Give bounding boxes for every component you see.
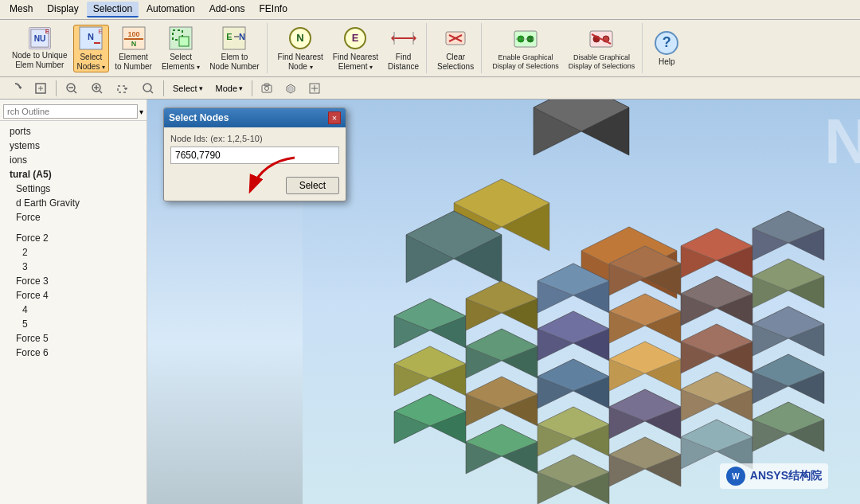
svg-text:E: E — [352, 32, 359, 44]
svg-text:E: E — [99, 28, 103, 35]
find-distance-icon — [391, 25, 416, 51]
sidebar-item-5[interactable]: 5 — [0, 317, 147, 331]
svg-text:E: E — [45, 28, 49, 35]
svg-point-56 — [265, 86, 269, 90]
svg-text:100: 100 — [127, 30, 139, 38]
svg-text:N: N — [297, 32, 304, 44]
select-nodes-icon: N E — [78, 25, 104, 51]
sidebar-item-systems[interactable]: ystems — [0, 139, 147, 153]
sidebar-item-force6[interactable]: Force 6 — [0, 346, 147, 360]
sidebar-item-ports[interactable]: ports — [0, 124, 147, 139]
svg-point-53 — [143, 84, 151, 92]
sidebar-search-input[interactable] — [3, 104, 138, 119]
svg-rect-63 — [303, 100, 860, 504]
sidebar: ▾ ports ystems ions tural (A5) Settings … — [0, 100, 147, 504]
sidebar-item-ions[interactable]: ions — [0, 153, 147, 167]
dialog-titlebar: Select Nodes × — [164, 108, 346, 127]
find-distance-btn[interactable]: FindDistance — [384, 25, 423, 72]
camera-btn[interactable] — [256, 80, 278, 97]
clear-selections-btn[interactable]: ClearSelections — [433, 25, 478, 72]
svg-text:N: N — [824, 106, 860, 177]
node-unique-btn[interactable]: NU E Node to UniqueElem Number — [8, 25, 72, 72]
menu-display[interactable]: Display — [41, 2, 84, 18]
sidebar-item-force5[interactable]: Force 5 — [0, 331, 147, 346]
element-number-icon: 100 N — [121, 25, 147, 51]
node-unique-icon: NU E — [27, 27, 53, 49]
menu-automation[interactable]: Automation — [140, 2, 201, 18]
rotate-btn[interactable] — [3, 80, 27, 97]
svg-marker-25 — [391, 35, 394, 41]
element-number-btn[interactable]: 100 N Elementto Number — [111, 25, 156, 72]
watermark-text: ANSYS结构院 — [750, 469, 822, 483]
svg-rect-51 — [118, 86, 126, 92]
toolbar-group-2: N Find NearestNode ▾ E Find NearestEleme… — [271, 23, 427, 73]
measure-btn[interactable] — [303, 80, 326, 97]
svg-text:E: E — [227, 32, 233, 41]
disable-graphical-btn[interactable]: Disable GraphicalDisplay of Selections — [565, 25, 639, 72]
dialog-title: Select Nodes — [169, 112, 229, 123]
dialog-close-button[interactable]: × — [328, 111, 341, 124]
toolbar-group-3: ClearSelections — [430, 23, 482, 73]
enable-graphical-icon — [513, 26, 538, 52]
toolbar-group-5: ? Help — [646, 23, 687, 73]
help-btn[interactable]: ? Help — [649, 25, 684, 72]
menu-selection[interactable]: Selection — [87, 2, 139, 18]
sep-1 — [56, 80, 57, 96]
zoom-in-btn[interactable] — [85, 80, 109, 97]
menu-feinfo[interactable]: FEInfo — [252, 2, 293, 18]
disable-graphical-icon — [588, 26, 614, 52]
sidebar-item-earth-gravity[interactable]: d Earth Gravity — [0, 196, 147, 210]
svg-text:NU: NU — [33, 33, 45, 42]
select-nodes-btn[interactable]: N E SelectNodes ▾ — [73, 25, 110, 72]
enable-graphical-btn[interactable]: Enable GraphicalDisplay of Selections — [488, 25, 563, 72]
find-nearest-node-btn[interactable]: N Find NearestNode ▾ — [274, 25, 327, 72]
zoom-box-btn[interactable] — [111, 80, 135, 97]
sidebar-item-4[interactable]: 4 — [0, 303, 147, 317]
clear-selections-icon — [443, 25, 468, 51]
zoom-fit-btn[interactable] — [136, 80, 160, 97]
sidebar-item-structural[interactable]: tural (A5) — [0, 167, 147, 182]
svg-line-45 — [74, 91, 76, 93]
svg-rect-13 — [179, 37, 189, 46]
mode-btn[interactable]: Mode ▾ — [210, 80, 249, 97]
sidebar-item-force3[interactable]: Force 3 — [0, 274, 147, 288]
svg-line-54 — [150, 91, 153, 93]
3d-scene: N — [303, 100, 860, 504]
sidebar-search-area: ▾ — [0, 103, 147, 121]
select-elements-btn[interactable]: SelectElements ▾ — [158, 25, 204, 72]
dialog-select-button[interactable]: Select — [286, 177, 339, 194]
watermark-icon: W — [726, 467, 745, 486]
sidebar-item-2[interactable]: 2 — [0, 245, 147, 260]
sidebar-item-force2[interactable]: Force 2 — [0, 231, 147, 245]
sidebar-item-force4[interactable]: Force 4 — [0, 288, 147, 303]
find-nearest-elem-icon: E — [342, 25, 368, 51]
elem-node-num-icon: E N — [221, 25, 247, 51]
sep-3 — [252, 80, 252, 96]
elem-node-num-btn[interactable]: E N Elem toNode Number — [205, 25, 263, 72]
dialog-label: Node Ids: (ex: 1,2,5-10) — [170, 134, 339, 143]
svg-marker-26 — [413, 35, 416, 41]
node-ids-input[interactable] — [170, 147, 339, 164]
sidebar-item-3[interactable]: 3 — [0, 260, 147, 274]
sidebar-item-settings[interactable]: Settings — [0, 182, 147, 196]
sidebar-item-force[interactable]: Force — [0, 210, 147, 225]
toolbar: NU E Node to UniqueElem Number N E Selec… — [0, 20, 860, 77]
find-nearest-elem-btn[interactable]: E Find NearestElement ▾ — [329, 25, 382, 72]
fit-btn[interactable] — [29, 80, 53, 97]
svg-marker-40 — [20, 86, 22, 89]
menubar: Mesh Display Selection Automation Add-on… — [0, 0, 860, 20]
toolbar-group-1: NU E Node to UniqueElem Number N E Selec… — [5, 23, 268, 73]
svg-line-48 — [100, 91, 102, 93]
modebar: Select ▾ Mode ▾ — [0, 77, 860, 100]
search-dropdown-icon[interactable]: ▾ — [139, 107, 143, 116]
help-icon: ? — [654, 30, 679, 56]
svg-text:W: W — [732, 472, 740, 481]
select-mode-btn[interactable]: Select ▾ — [167, 80, 209, 97]
menu-addons[interactable]: Add-ons — [203, 2, 252, 18]
select-elements-icon — [168, 25, 194, 51]
viewport[interactable]: N Select Nodes × Node Ids: (ex: 1,2,5-10… — [147, 100, 860, 504]
zoom-out-btn[interactable] — [60, 80, 84, 97]
svg-text:N: N — [88, 32, 94, 41]
menu-mesh[interactable]: Mesh — [3, 2, 39, 18]
view-btn[interactable] — [280, 80, 302, 97]
